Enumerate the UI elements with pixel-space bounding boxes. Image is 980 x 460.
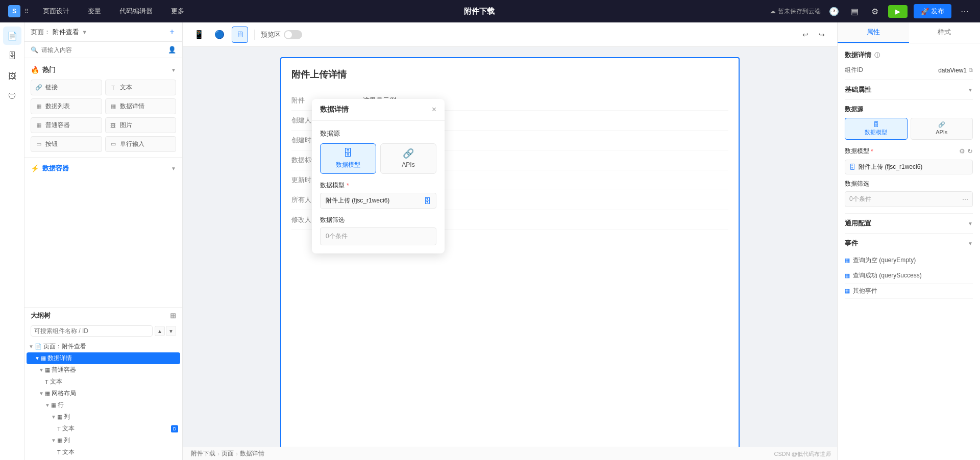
component-data-list-label: 数据列表 xyxy=(45,102,70,111)
overlay-filter-input[interactable]: 0个条件 xyxy=(320,227,436,245)
publish-button[interactable]: 🚀 发布 xyxy=(914,4,951,18)
tree-item-text2[interactable]: T 文本 D xyxy=(24,423,182,435)
tree-col2-icon: ▦ xyxy=(57,437,62,444)
search-input[interactable] xyxy=(41,46,165,54)
copy-icon[interactable]: ⧉ xyxy=(969,67,973,73)
outline-nav-buttons: ▲ ▼ xyxy=(155,326,176,336)
nav-more[interactable]: 更多 xyxy=(167,5,188,18)
outline-search-input[interactable] xyxy=(31,325,153,337)
event-item-0[interactable]: ▦ 查询为空 (queryEmpty) xyxy=(845,253,973,268)
right-tab-styles[interactable]: 样式 xyxy=(909,22,981,43)
overlay-tab-apis[interactable]: 🔗 APIs xyxy=(380,143,436,174)
overlay-body: 数据源 🗄 数据模型 🔗 APIs 数据模 xyxy=(312,121,445,253)
device-mobile-button[interactable]: 📱 xyxy=(191,27,207,43)
hot-section-header[interactable]: 🔥 热门 ▼ xyxy=(24,62,182,78)
breadcrumb-item-1[interactable]: 页面 xyxy=(222,449,234,458)
outline-expand-icon[interactable]: ⊞ xyxy=(170,312,176,320)
settings-icon[interactable]: ⚙ xyxy=(868,4,882,18)
tree-item-col1[interactable]: ▼ ▦ 列 xyxy=(24,411,182,423)
nav-variables[interactable]: 变量 xyxy=(84,5,105,18)
right-filter-section: 数据筛选 0个条件 ⋯ xyxy=(845,180,973,207)
sidebar-data-icon[interactable]: 🗄 xyxy=(3,47,21,65)
right-model-value[interactable]: 🗄 附件上传 (fjsc_r1weci6) xyxy=(845,160,973,174)
data-container-header[interactable]: ⚡ 数据容器 ▼ xyxy=(24,161,182,176)
undo-button[interactable]: ↩ xyxy=(798,28,813,42)
sidebar-image-icon[interactable]: 🖼 xyxy=(3,67,21,86)
overlay-tab-model[interactable]: 🗄 数据模型 xyxy=(320,143,376,174)
right-model-icon: 🗄 xyxy=(873,121,879,127)
sidebar-pages-icon[interactable]: 📄 xyxy=(3,27,21,45)
page-header: 页面： 附件查看 ▼ ＋ xyxy=(24,22,182,42)
right-model-refresh-icon[interactable]: ↻ xyxy=(967,147,973,155)
outline-header: 大纲树 ⊞ xyxy=(24,308,182,323)
preview-switch[interactable] xyxy=(284,30,302,39)
right-model-label: 数据模型 * xyxy=(845,147,873,156)
overlay-header: 数据详情 × xyxy=(312,99,445,121)
overlay-data-source-label: 数据源 xyxy=(320,129,436,138)
breadcrumb-item-0[interactable]: 附件下载 xyxy=(191,449,215,458)
overlay-model-input[interactable]: 附件上传 (fjsc_r1weci6) 🗄 xyxy=(320,193,436,209)
breadcrumb-bar: 附件下载 › 页面 › 数据详情 CSDN @低代码布道师 xyxy=(183,447,837,460)
outline-up-button[interactable]: ▲ xyxy=(155,326,165,336)
history-icon[interactable]: 🕐 xyxy=(827,4,841,18)
tree-item-row[interactable]: ▼ ▦ 行 xyxy=(24,399,182,411)
component-data-detail[interactable]: ▦ 数据详情 xyxy=(105,98,177,114)
tree-item-text3[interactable]: T 文本 xyxy=(24,446,182,458)
right-source-tab-apis[interactable]: 🔗 APIs xyxy=(911,118,973,140)
tree-item-page[interactable]: ▼ 📄 页面：附件查看 xyxy=(24,341,182,352)
component-link[interactable]: 🔗 链接 xyxy=(31,80,102,95)
event-item-1[interactable]: ▦ 查询成功 (querySuccess) xyxy=(845,268,973,284)
page-breadcrumb: 页面： 附件查看 ▼ xyxy=(31,28,87,37)
component-container-label: 普通容器 xyxy=(45,121,70,130)
right-filter-value: 0个条件 xyxy=(849,195,871,203)
main-layout: 📄 🗄 🖼 🛡 页面： 附件查看 ▼ ＋ 🔍 👤 🔥 热门 xyxy=(0,22,980,460)
top-navigation: S ⠿ 页面设计 变量 代码编辑器 更多 附件下载 ☁ 暂未保存到云端 🕐 ▤ … xyxy=(0,0,980,22)
right-event-label: 事件 xyxy=(845,239,858,248)
right-panel-body: 数据详情 ⓘ 组件ID dataView1 ⧉ 基础属性 ▼ 数据源 xyxy=(838,43,980,306)
tree-item-data-detail[interactable]: ▼ ▦ 数据详情 xyxy=(27,352,180,364)
tree-item-container[interactable]: ▼ ▦ 普通容器 xyxy=(24,364,182,376)
nav-page-design[interactable]: 页面设计 xyxy=(39,5,74,18)
page-content-title: 附件上传详情 xyxy=(291,68,728,81)
sidebar-shield-icon[interactable]: 🛡 xyxy=(3,88,21,106)
right-event-collapsible[interactable]: 事件 ▼ xyxy=(845,239,973,248)
breadcrumb-item-2[interactable]: 数据详情 xyxy=(240,449,264,458)
right-filter-tag[interactable]: 0个条件 ⋯ xyxy=(845,191,973,207)
component-container[interactable]: ▦ 普通容器 xyxy=(31,117,102,133)
component-text[interactable]: T 文本 xyxy=(105,80,177,95)
component-link-label: 链接 xyxy=(45,83,58,92)
right-divider-3 xyxy=(845,213,973,214)
nav-code-editor[interactable]: 代码编辑器 xyxy=(115,5,157,18)
right-filter-more-icon[interactable]: ⋯ xyxy=(962,196,968,203)
right-source-tab-model-label: 数据模型 xyxy=(865,129,887,136)
data-container-label: 数据容器 xyxy=(42,164,69,173)
component-button[interactable]: ▭ 按钮 xyxy=(31,136,102,152)
right-info-icon[interactable]: ⓘ xyxy=(874,52,880,59)
device-round-button[interactable]: 🔵 xyxy=(211,27,228,43)
component-input[interactable]: ▭ 单行输入 xyxy=(105,136,177,152)
redo-button[interactable]: ↪ xyxy=(815,28,829,42)
component-image[interactable]: 🖼 图片 xyxy=(105,117,177,133)
right-general-config-collapsible[interactable]: 通用配置 ▼ xyxy=(845,219,973,228)
right-tab-properties[interactable]: 属性 xyxy=(838,22,909,43)
add-page-button[interactable]: ＋ xyxy=(168,27,176,37)
component-data-detail-label: 数据详情 xyxy=(120,102,144,111)
outline-down-button[interactable]: ▼ xyxy=(166,326,176,336)
cloud-icon: ☁ xyxy=(770,8,776,15)
tree-item-col2[interactable]: ▼ ▦ 列 xyxy=(24,435,182,446)
overlay-close-button[interactable]: × xyxy=(432,105,436,114)
device-desktop-button[interactable]: 🖥 xyxy=(232,27,248,43)
layout-icon[interactable]: ▤ xyxy=(847,4,862,18)
tree-item-grid[interactable]: ▼ ▦ 网格布局 xyxy=(24,388,182,399)
run-button[interactable]: ▶ xyxy=(888,5,908,18)
right-divider-4 xyxy=(845,233,973,234)
event-item-2[interactable]: ▦ 其他事件 xyxy=(845,284,973,299)
component-data-list[interactable]: ▦ 数据列表 xyxy=(31,98,102,114)
right-source-tab-model[interactable]: 🗄 数据模型 xyxy=(845,118,908,140)
more-icon[interactable]: ⋯ xyxy=(958,4,972,18)
page-name[interactable]: 附件查看 xyxy=(53,28,79,36)
text-icon: T xyxy=(110,84,117,91)
tree-item-text1[interactable]: T 文本 xyxy=(24,376,182,388)
right-model-settings-icon[interactable]: ⚙ xyxy=(959,147,965,155)
right-basic-props-collapsible[interactable]: 基础属性 ▼ xyxy=(845,85,973,94)
